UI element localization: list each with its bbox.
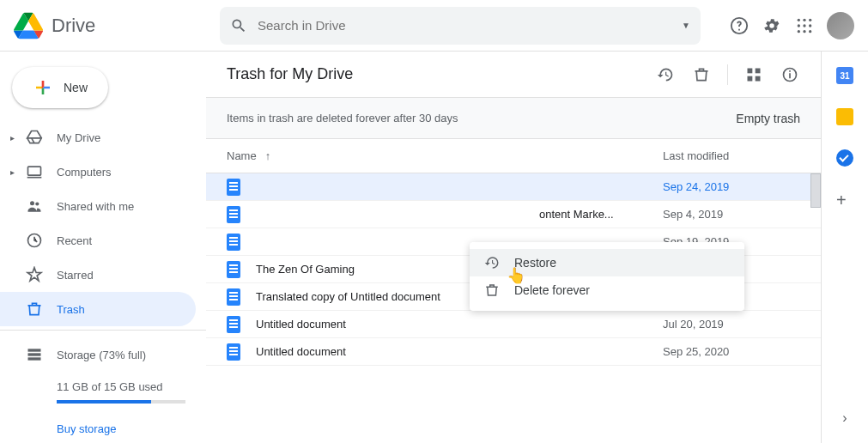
keep-icon[interactable] [836,108,853,125]
logo-area[interactable]: Drive [14,11,220,40]
search-icon [230,17,247,34]
search-bar[interactable]: ▼ [220,7,701,45]
context-delete-label: Delete forever [514,283,590,297]
sidebar-item-label: Computers [57,166,112,179]
shared-icon [24,196,45,216]
file-name: Untitled document [256,318,663,331]
empty-trash-button[interactable]: Empty trash [736,112,800,125]
docs-file-icon [227,261,240,278]
app-header: Drive ▼ [0,0,868,52]
svg-point-3 [798,24,800,27]
svg-point-4 [803,24,805,27]
file-date: Jul 20, 2019 [663,318,800,331]
search-options-dropdown[interactable]: ▼ [682,21,690,30]
column-modified[interactable]: Last modified [663,149,800,162]
help-icon[interactable] [729,15,750,36]
header-actions [708,12,854,39]
table-row[interactable]: ontent Marke... Sep 4, 2019 [206,201,821,228]
column-name[interactable]: Name ↑ [227,149,663,162]
starred-icon [24,264,45,285]
table-row[interactable]: Sep 24, 2019 [206,173,821,201]
new-button[interactable]: New [12,67,108,108]
restore-all-icon[interactable] [655,64,676,85]
sidebar-item-mydrive[interactable]: ▸ My Drive [0,120,196,155]
side-panel: 31 + › [822,52,868,443]
svg-rect-14 [28,353,41,355]
mydrive-icon [24,127,45,148]
info-banner: Items in trash are deleted forever after… [206,98,821,139]
sidebar-item-label: Trash [57,303,85,316]
svg-rect-19 [756,76,761,81]
caret-icon: ▸ [10,133,21,143]
new-button-label: New [64,81,88,94]
delete-icon[interactable] [691,64,712,85]
file-date: Sep 4, 2019 [663,208,800,221]
trash-icon [24,299,45,319]
storage-bar-fill [57,400,151,404]
docs-file-icon [227,343,240,361]
context-restore[interactable]: Restore [470,249,744,276]
page-title: Trash for My Drive [227,65,353,83]
svg-rect-13 [28,349,41,351]
table-row[interactable]: Untitled document Jul 20, 2019 [206,311,821,338]
banner-text: Items in trash are deleted forever after… [227,112,458,124]
sidebar-item-computers[interactable]: ▸ Computers [0,155,196,189]
info-icon[interactable] [780,64,800,85]
collapse-panel-icon[interactable]: › [842,410,847,426]
list-header: Name ↑ Last modified [206,139,821,173]
scrollbar-thumb[interactable] [810,173,821,208]
sidebar-item-recent[interactable]: Recent [0,223,196,258]
sidebar-item-trash[interactable]: Trash [0,292,196,326]
settings-icon[interactable] [762,15,782,36]
calendar-icon[interactable]: 31 [836,67,853,84]
table-row[interactable]: Untitled document Sep 25, 2020 [206,338,821,366]
svg-rect-17 [756,68,761,73]
svg-point-11 [35,202,39,205]
sidebar: New ▸ My Drive ▸ Computers Shared with m… [0,52,206,443]
svg-rect-16 [748,68,753,73]
context-delete-forever[interactable]: Delete forever [470,276,744,304]
storage-icon [24,344,45,365]
svg-rect-18 [748,76,753,81]
file-date: Sep 24, 2019 [663,180,800,193]
storage-bar [57,400,185,404]
restore-icon [483,254,501,271]
svg-point-1 [803,18,805,21]
grid-view-icon[interactable] [744,64,764,85]
docs-file-icon [227,179,240,196]
svg-point-5 [809,24,811,27]
svg-point-8 [809,30,811,33]
main-content: Trash for My Drive Items in trash are de… [206,52,822,443]
tasks-icon[interactable] [836,149,853,167]
docs-file-icon [227,206,240,223]
docs-file-icon [227,316,240,333]
sidebar-item-shared[interactable]: Shared with me [0,189,196,223]
svg-point-6 [798,30,800,33]
recent-icon [24,230,45,251]
search-input[interactable] [258,18,682,33]
caret-icon: ▸ [10,167,21,177]
storage-label: Storage (73% full) [57,349,146,361]
context-restore-label: Restore [514,256,556,270]
file-date: Sep 25, 2020 [663,345,800,358]
account-avatar[interactable] [827,12,854,39]
file-name: ontent Marke... [256,208,663,221]
file-name: Untitled document [256,345,663,358]
divider [0,330,206,331]
sidebar-item-storage[interactable]: Storage (73% full) [0,337,196,372]
svg-point-0 [798,18,800,21]
trash-icon [483,282,501,299]
buy-storage-link[interactable]: Buy storage [0,422,206,435]
docs-file-icon [227,234,240,251]
sort-arrow-up-icon: ↑ [265,149,271,162]
plus-icon [33,77,53,98]
add-addon-icon[interactable]: + [836,191,853,208]
apps-icon[interactable] [794,15,815,36]
sidebar-item-starred[interactable]: Starred [0,258,196,292]
svg-point-2 [809,18,811,21]
sidebar-item-label: Starred [57,269,94,282]
sidebar-item-label: Recent [57,234,92,247]
sidebar-item-label: Shared with me [57,200,134,213]
context-menu: Restore Delete forever [470,242,744,311]
svg-rect-15 [28,357,41,360]
